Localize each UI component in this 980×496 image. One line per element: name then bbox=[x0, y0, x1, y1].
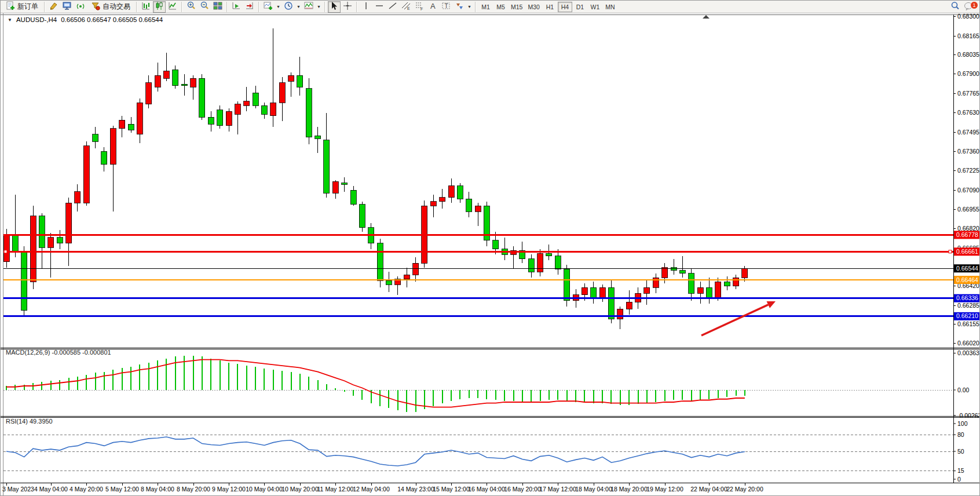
svg-text:9 May 12:00: 9 May 12:00 bbox=[212, 486, 246, 493]
market-watch-button[interactable] bbox=[61, 1, 74, 13]
new-order-label: 新订单 bbox=[17, 2, 38, 12]
svg-text:0.66464: 0.66464 bbox=[956, 276, 978, 283]
svg-text:11 May 12:00: 11 May 12:00 bbox=[317, 486, 354, 493]
svg-text:19 May 12:00: 19 May 12:00 bbox=[646, 486, 683, 493]
equidistant-channel-icon: E bbox=[401, 1, 411, 12]
svg-text:0.66336: 0.66336 bbox=[956, 294, 978, 301]
svg-text:0.00: 0.00 bbox=[957, 386, 970, 393]
templates-button[interactable] bbox=[302, 1, 315, 13]
text-label-button[interactable]: T bbox=[440, 1, 452, 13]
bar-chart-button[interactable] bbox=[140, 1, 152, 13]
arrows-icon bbox=[455, 1, 464, 12]
svg-text:3 May 2023: 3 May 2023 bbox=[2, 486, 34, 493]
new-order-button[interactable]: 新订单 bbox=[2, 1, 42, 13]
chart-ohlc-values: 0.66506 0.66547 0.66505 0.66544 bbox=[61, 16, 163, 23]
svg-text:0.003635: 0.003635 bbox=[957, 349, 980, 356]
timeframe-m30-button[interactable]: M30 bbox=[525, 2, 542, 12]
svg-text:0.68165: 0.68165 bbox=[957, 32, 979, 39]
price-badge-0.66544: 0.66544 bbox=[954, 264, 980, 272]
cursor-icon bbox=[330, 1, 339, 12]
svg-text:0.67360: 0.67360 bbox=[957, 148, 979, 155]
svg-text:F: F bbox=[420, 7, 423, 11]
timeframe-m1-button[interactable]: M1 bbox=[478, 2, 493, 12]
arrows-button[interactable] bbox=[453, 1, 466, 13]
zoom-in-button[interactable] bbox=[185, 1, 198, 13]
svg-text:0.68300: 0.68300 bbox=[957, 13, 979, 20]
indicators-button[interactable] bbox=[262, 1, 275, 13]
svg-text:0.67090: 0.67090 bbox=[957, 187, 979, 194]
timeframe-w1-button[interactable]: W1 bbox=[588, 2, 602, 12]
svg-text:0.66285: 0.66285 bbox=[957, 302, 979, 309]
svg-text:0.66020: 0.66020 bbox=[957, 340, 979, 347]
signals-button[interactable] bbox=[74, 1, 87, 13]
toolbar-separator bbox=[181, 2, 182, 12]
notification-badge[interactable]: 1 bbox=[970, 1, 978, 9]
svg-text:10 May 20:00: 10 May 20:00 bbox=[281, 486, 319, 493]
svg-text:0.67225: 0.67225 bbox=[957, 167, 979, 174]
cursor-button[interactable] bbox=[328, 1, 341, 13]
svg-text:0.67900: 0.67900 bbox=[957, 70, 979, 77]
svg-text:15: 15 bbox=[957, 467, 964, 474]
price-badge-0.66464: 0.66464 bbox=[954, 276, 980, 284]
periods-button[interactable] bbox=[282, 1, 295, 13]
equidistant-channel-button[interactable]: E bbox=[400, 1, 412, 13]
horizontal-line-icon bbox=[375, 1, 384, 12]
svg-text:16 May 04:00: 16 May 04:00 bbox=[468, 486, 505, 493]
svg-text:5 May 12:00: 5 May 12:00 bbox=[105, 486, 139, 493]
svg-text:0: 0 bbox=[957, 476, 961, 483]
toolbar-separator bbox=[356, 2, 357, 12]
svg-text:4 May 04:00: 4 May 04:00 bbox=[34, 486, 68, 493]
svg-text:0.66544: 0.66544 bbox=[956, 265, 978, 272]
crosshair-button[interactable] bbox=[341, 1, 354, 13]
chart-symbol-period: AUDUSD-,H4 bbox=[16, 16, 57, 23]
trendline-button[interactable] bbox=[386, 1, 399, 13]
toolbar-separator bbox=[226, 2, 228, 12]
chart-shift-button[interactable] bbox=[243, 1, 256, 13]
line-chart-button[interactable] bbox=[166, 1, 179, 13]
svg-text:T: T bbox=[445, 3, 448, 9]
svg-text:17 May 12:00: 17 May 12:00 bbox=[539, 486, 576, 493]
auto-scroll-button[interactable] bbox=[230, 1, 243, 13]
chart-dropdown-icon[interactable]: ▼ bbox=[8, 17, 12, 23]
svg-text:18 May 20:00: 18 May 20:00 bbox=[610, 486, 648, 493]
timeframe-h1-button[interactable]: H1 bbox=[543, 2, 557, 12]
svg-text:100: 100 bbox=[957, 420, 968, 427]
text-button[interactable]: A bbox=[426, 1, 439, 13]
timeframe-h4-button[interactable]: H4 bbox=[558, 2, 572, 12]
candlestick-chart-button[interactable] bbox=[153, 1, 166, 13]
auto-trading-button[interactable]: 自动交易 bbox=[87, 1, 134, 13]
rsi-name: RSI(14) bbox=[6, 418, 28, 425]
svg-text:0.66155: 0.66155 bbox=[957, 320, 979, 327]
text-icon: A bbox=[428, 1, 437, 12]
price-chart-canvas[interactable]: 0.683000.681650.680350.679000.677650.676… bbox=[1, 1, 980, 496]
auto-trading-icon bbox=[91, 1, 100, 12]
svg-text:0.67495: 0.67495 bbox=[957, 129, 979, 136]
timeframe-m15-button[interactable]: M15 bbox=[509, 2, 525, 12]
arrows-dropdown-icon[interactable]: ▼ bbox=[466, 1, 473, 13]
toolbar-separator bbox=[136, 2, 137, 12]
toolbar: 新订单 自动交易 bbox=[1, 1, 980, 13]
search-button[interactable] bbox=[949, 1, 961, 13]
vertical-line-button[interactable] bbox=[360, 1, 372, 13]
search-icon bbox=[950, 1, 960, 12]
clock-icon bbox=[284, 1, 293, 12]
templates-dropdown-icon[interactable]: ▼ bbox=[316, 1, 322, 13]
metaeditor-button[interactable] bbox=[47, 1, 60, 13]
periods-dropdown-icon[interactable]: ▼ bbox=[295, 1, 302, 13]
horizontal-line-button[interactable] bbox=[373, 1, 386, 13]
text-label-icon: T bbox=[441, 1, 451, 12]
zoom-out-button[interactable] bbox=[198, 1, 211, 13]
timeframe-d1-button[interactable]: D1 bbox=[573, 2, 587, 12]
trendline-icon bbox=[388, 1, 397, 12]
timeframe-m5-button[interactable]: M5 bbox=[493, 2, 508, 12]
toolbar-separator bbox=[475, 2, 476, 12]
bar-chart-icon bbox=[141, 1, 151, 12]
new-order-icon bbox=[6, 1, 15, 12]
indicators-dropdown-icon[interactable]: ▼ bbox=[275, 1, 281, 13]
svg-text:0.67765: 0.67765 bbox=[957, 90, 979, 97]
tile-windows-button[interactable] bbox=[211, 1, 224, 13]
fibonacci-button[interactable]: F bbox=[413, 1, 426, 13]
svg-text:0.66210: 0.66210 bbox=[956, 312, 978, 319]
price-badge-0.66336: 0.66336 bbox=[954, 294, 980, 302]
timeframe-mn-button[interactable]: MN bbox=[603, 2, 617, 12]
